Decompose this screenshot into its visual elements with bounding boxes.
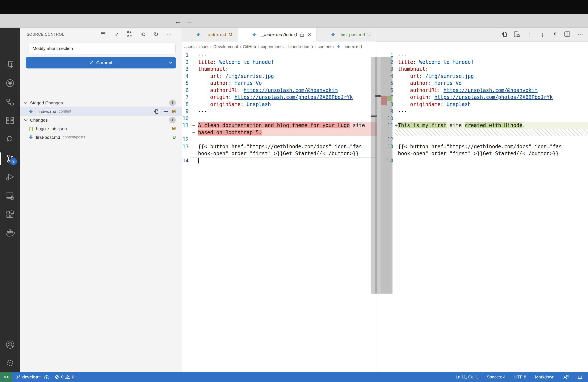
code-line[interactable]: 10 [182,115,377,122]
breadcrumb-item[interactable]: content [318,44,332,49]
line-content: author: Harris Vo [398,80,588,87]
notifications-bell-icon[interactable] [578,374,583,380]
breadcrumb-separator: › [210,44,212,49]
close-tab-icon[interactable]: × [308,31,311,38]
diff-sign: + [395,122,398,129]
navigate-forward-button[interactable]: → [186,18,193,25]
git-status-letter: M [172,109,176,114]
commit-check-icon[interactable]: ✓ [113,31,121,38]
language-mode-status[interactable]: Markdown [535,375,554,380]
refresh-icon[interactable]: ↻ [152,31,160,38]
breadcrumb-item[interactable]: mark [199,44,209,49]
code-line[interactable]: −based on Bootstrap 5. [182,129,377,136]
code-line[interactable]: 12 [377,136,588,143]
file-row-hugo-stats[interactable]: {} hugo_stats.json M [20,124,182,133]
github-icon[interactable] [0,74,20,92]
view-as-list-icon[interactable] [100,31,108,38]
commit-dropdown-chevron-icon[interactable] [168,61,173,64]
navigate-back-button[interactable]: ← [174,18,181,25]
unstage-minus-icon[interactable] [163,111,168,112]
explorer-icon[interactable] [0,55,20,74]
indentation-status[interactable]: Spaces: 4 [487,375,505,380]
diff-original-pane[interactable]: 1---2title: Welcome to Hinode!3thumbnail… [182,52,377,372]
extensions-icon[interactable] [0,205,20,224]
next-change-icon[interactable]: ↓ [539,31,546,38]
code-line[interactable]: book-open" order="first" >}}Get Started{… [377,150,588,157]
render-whitespace-icon[interactable]: ¶ [551,31,559,38]
file-row-first-post[interactable]: first-post.md content/posts U [20,133,182,142]
code-line[interactable]: 1--- [182,52,377,59]
code-line[interactable]: 3thumbnail: [377,66,588,73]
branch-status[interactable]: develop*+ [16,374,49,380]
code-line[interactable]: 2title: Welcome to Hinode! [182,59,377,66]
code-line[interactable]: 3thumbnail: [182,66,377,73]
account-icon[interactable] [0,335,20,354]
remote-indicator[interactable]: >< [0,372,12,382]
split-editor-icon[interactable] [564,31,571,38]
code-line[interactable]: 14 [182,157,377,164]
right-scrollbar[interactable] [375,57,381,294]
code-line[interactable]: 12 [182,136,377,143]
code-line[interactable]: 6 authorURL: https://unsplash.com/@hoanv… [182,87,377,94]
tab-index-md-diff[interactable]: _index.md (Index) × [238,28,317,42]
source-control-icon[interactable]: 3 [0,149,20,168]
create-branch-icon[interactable] [126,31,134,38]
staged-changes-section[interactable]: Staged Changes 1 [20,99,182,107]
changes-section[interactable]: Changes 1 [20,116,182,124]
history-icon[interactable]: ⟲ [139,31,147,38]
line-content: thumbnail: [398,66,588,73]
commit-button[interactable]: ✓ Commit [26,57,176,68]
inline-view-icon[interactable] [514,31,521,38]
commit-message-input[interactable] [29,43,176,54]
breadcrumb-item[interactable]: _index.md [342,44,362,49]
code-line[interactable]: 4 url: /img/sunrise.jpg [377,73,588,80]
file-row-index-md[interactable]: _index.md content M [20,107,182,116]
code-line[interactable]: 11+This is my first site created with Hi… [377,122,588,129]
code-line[interactable]: 13{{< button href="https://gethinode.com… [377,143,588,150]
line-number: 1 [182,52,189,59]
code-line[interactable]: 10 [377,115,588,122]
hierarchy-icon[interactable] [0,93,20,111]
breadcrumb-item[interactable]: Users [184,44,194,49]
open-file-icon[interactable] [501,31,508,38]
code-line[interactable]: 8 originName: Unsplash [377,101,588,108]
code-line[interactable]: 8 originName: Unsplash [182,101,377,108]
previous-change-icon[interactable]: ↑ [526,31,533,38]
open-file-icon[interactable] [153,109,159,114]
docker-icon[interactable] [0,224,20,242]
problems-status[interactable]: 0 0 [55,375,74,380]
remote-explorer-icon[interactable] [0,187,20,205]
code-line[interactable]: book-open" order="first" >}}Get Started{… [182,150,377,157]
code-line[interactable]: 4 url: /img/sunrise.jpg [182,73,377,80]
breadcrumb-item[interactable]: Development [213,44,238,49]
code-line[interactable]: 2title: Welcome to Hinode! [377,59,588,66]
code-line[interactable]: 13{{< button href="https://gethinode.com… [182,143,377,150]
diff-sign [395,87,398,94]
breadcrumb-item[interactable]: experiments [261,44,284,49]
encoding-status[interactable]: UTF-8 [514,375,526,380]
code-line[interactable]: 1--- [377,52,588,59]
code-line[interactable]: 5 author: Harris Vo [377,80,588,87]
code-line[interactable]: 9--- [182,108,377,115]
docs-book-icon[interactable] [0,112,20,130]
feedback-icon[interactable] [563,374,569,380]
code-line[interactable]: 14 [377,157,588,164]
cursor-position-status[interactable]: Ln 11, Col 1 [456,375,478,380]
tab-first-post-md[interactable]: first-post.md U [317,28,376,42]
code-line[interactable]: 7 origin: https://unsplash.com/photos/ZX… [377,94,588,101]
code-line[interactable]: 5 author: Harris Vo [182,80,377,87]
diff-modified-pane[interactable]: 1---2title: Welcome to Hinode!3thumbnail… [377,52,588,372]
breadcrumb-item[interactable]: hinode-demo [288,44,313,49]
code-line[interactable]: 11−A clean documentation and blog theme … [182,122,377,129]
settings-gear-icon[interactable] [0,354,20,372]
more-actions-icon[interactable]: ⋯ [165,31,173,38]
run-debug-icon[interactable] [0,168,20,187]
more-actions-icon[interactable]: ⋯ [577,31,584,38]
code-line[interactable]: 7 origin: https://unsplash.com/photos/ZX… [182,94,377,101]
search-icon[interactable] [0,130,20,149]
code-line[interactable] [377,129,588,136]
code-line[interactable]: 6 authorURL: https://unsplash.com/@hoanv… [377,87,588,94]
tab-index-md-working[interactable]: _index.md M [182,28,238,42]
breadcrumb-item[interactable]: GitHub [243,44,256,49]
code-line[interactable]: 9--- [377,108,588,115]
